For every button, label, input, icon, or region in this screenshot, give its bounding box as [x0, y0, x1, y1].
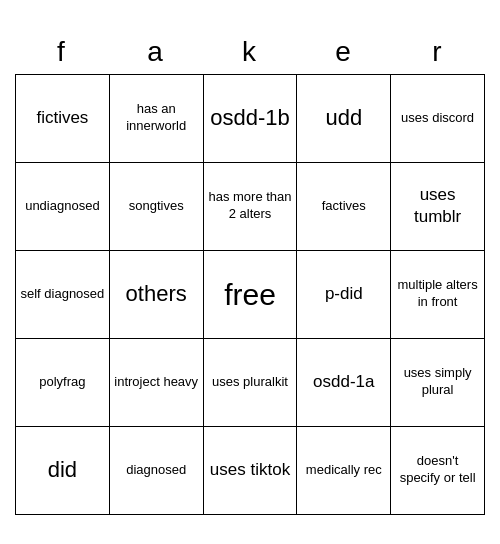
bingo-cell-text-3-2: uses pluralkit [212, 374, 288, 391]
bingo-cell-text-0-3: udd [325, 104, 362, 133]
bingo-cell-3-3: osdd-1a [297, 339, 391, 427]
bingo-cell-1-0: undiagnosed [16, 163, 110, 251]
bingo-cell-text-0-2: osdd-1b [210, 104, 290, 133]
bingo-cell-4-2: uses tiktok [204, 427, 298, 515]
bingo-cell-text-1-2: has more than 2 alters [208, 189, 293, 223]
bingo-cell-text-2-2: free [224, 275, 276, 314]
header-letter-a: a [109, 30, 203, 74]
bingo-cell-0-0: fictives [16, 75, 110, 163]
bingo-cell-2-1: others [110, 251, 204, 339]
bingo-cell-text-3-3: osdd-1a [313, 371, 374, 393]
bingo-cell-text-4-4: doesn't specify or tell [395, 453, 480, 487]
bingo-cell-1-2: has more than 2 alters [204, 163, 298, 251]
bingo-grid: fictiveshas an innerworldosdd-1budduses … [15, 74, 485, 515]
bingo-cell-2-0: self diagnosed [16, 251, 110, 339]
bingo-cell-4-0: did [16, 427, 110, 515]
bingo-cell-text-3-4: uses simply plural [395, 365, 480, 399]
bingo-cell-text-4-0: did [48, 456, 77, 485]
bingo-cell-4-3: medically rec [297, 427, 391, 515]
bingo-cell-4-4: doesn't specify or tell [391, 427, 485, 515]
bingo-cell-0-3: udd [297, 75, 391, 163]
header-letter-e: e [297, 30, 391, 74]
bingo-cell-text-0-0: fictives [36, 107, 88, 129]
bingo-cell-text-1-0: undiagnosed [25, 198, 99, 215]
bingo-cell-text-4-3: medically rec [306, 462, 382, 479]
bingo-cell-text-1-1: songtives [129, 198, 184, 215]
bingo-cell-3-1: introject heavy [110, 339, 204, 427]
bingo-cell-0-2: osdd-1b [204, 75, 298, 163]
bingo-cell-3-4: uses simply plural [391, 339, 485, 427]
bingo-cell-0-1: has an innerworld [110, 75, 204, 163]
bingo-cell-text-1-4: uses tumblr [395, 184, 480, 228]
bingo-cell-text-1-3: factives [322, 198, 366, 215]
bingo-cell-4-1: diagnosed [110, 427, 204, 515]
bingo-cell-text-0-4: uses discord [401, 110, 474, 127]
bingo-cell-text-4-1: diagnosed [126, 462, 186, 479]
header-letter-k: k [203, 30, 297, 74]
bingo-cell-text-3-0: polyfrag [39, 374, 85, 391]
bingo-cell-1-1: songtives [110, 163, 204, 251]
bingo-cell-text-2-4: multiple alters in front [395, 277, 480, 311]
bingo-card: faker fictiveshas an innerworldosdd-1bud… [15, 30, 485, 515]
bingo-cell-text-2-0: self diagnosed [20, 286, 104, 303]
bingo-cell-text-3-1: introject heavy [114, 374, 198, 391]
bingo-cell-0-4: uses discord [391, 75, 485, 163]
bingo-cell-text-2-1: others [126, 280, 187, 309]
bingo-cell-3-0: polyfrag [16, 339, 110, 427]
bingo-cell-text-2-3: p-did [325, 283, 363, 305]
bingo-cell-text-4-2: uses tiktok [210, 459, 290, 481]
bingo-cell-3-2: uses pluralkit [204, 339, 298, 427]
bingo-header: faker [15, 30, 485, 74]
bingo-cell-2-4: multiple alters in front [391, 251, 485, 339]
bingo-cell-1-3: factives [297, 163, 391, 251]
bingo-cell-2-2: free [204, 251, 298, 339]
header-letter-f: f [15, 30, 109, 74]
bingo-cell-1-4: uses tumblr [391, 163, 485, 251]
bingo-cell-text-0-1: has an innerworld [114, 101, 199, 135]
bingo-cell-2-3: p-did [297, 251, 391, 339]
header-letter-r: r [391, 30, 485, 74]
